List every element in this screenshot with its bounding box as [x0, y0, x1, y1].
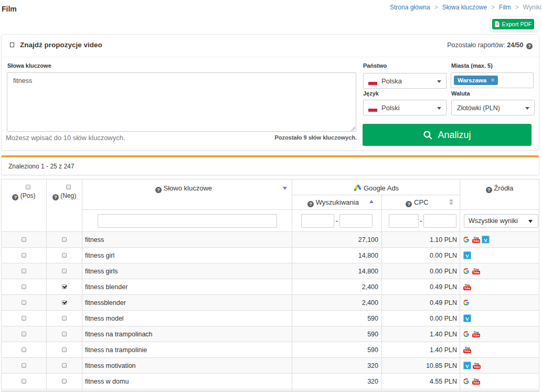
svg-text:V: V [465, 253, 469, 259]
svg-text:You: You [474, 331, 479, 334]
svg-text:You: You [474, 378, 479, 381]
svg-text:V: V [465, 316, 469, 322]
svg-text:You: You [465, 346, 470, 349]
svg-text:Tube: Tube [473, 271, 479, 274]
svg-text:Tube: Tube [464, 287, 470, 290]
svg-text:You: You [474, 236, 479, 239]
svg-text:You: You [474, 362, 480, 365]
svg-text:Tube: Tube [473, 239, 479, 242]
svg-text:Tube: Tube [473, 381, 479, 384]
svg-text:Tube: Tube [473, 334, 479, 337]
svg-text:You: You [474, 268, 479, 271]
svg-text:V: V [465, 363, 469, 369]
svg-text:Tube: Tube [464, 349, 470, 353]
svg-text:V: V [484, 237, 487, 243]
svg-text:You: You [465, 283, 470, 287]
svg-text:Tube: Tube [473, 365, 480, 368]
